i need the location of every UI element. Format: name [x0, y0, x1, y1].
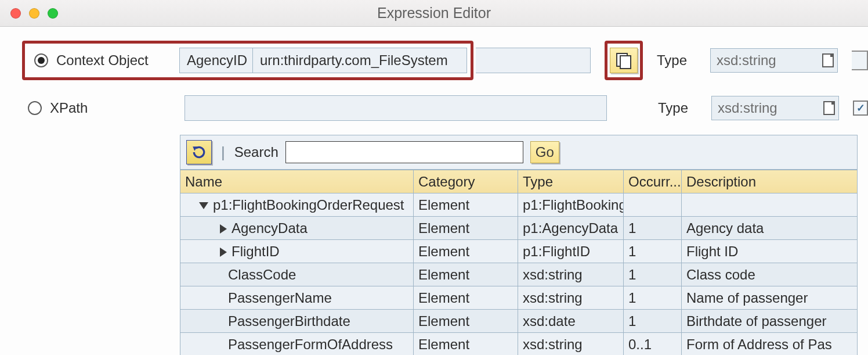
cell-name[interactable]: FlightID [180, 240, 414, 263]
cell-category: Element [414, 286, 518, 310]
context-object-radio[interactable]: Context Object [28, 44, 179, 77]
xpath-radio[interactable]: XPath [22, 92, 182, 124]
table-row[interactable]: AgencyDataElementp1:AgencyData1Agency da… [180, 217, 858, 240]
table-row[interactable]: FlightIDElementp1:FlightID1Flight ID [180, 240, 858, 263]
cell-description: Class code [682, 263, 858, 286]
cell-occurrence: 1 [624, 240, 682, 263]
table-row[interactable]: ClassCodeElementxsd:string1Class code [180, 263, 858, 286]
cell-category: Element [414, 240, 518, 263]
xpath-field[interactable] [185, 95, 607, 121]
cell-name[interactable]: AgencyData [180, 217, 414, 240]
cell-occurrence: 1 [624, 263, 682, 286]
table-row[interactable]: PassengerBirthdateElementxsd:date1Birthd… [180, 310, 858, 333]
cell-description: Agency data [682, 217, 858, 240]
cell-type: p1:AgencyData [518, 217, 624, 240]
titlebar: Expression Editor [0, 0, 868, 27]
schema-tree-table: Name Category Type Occurr... Description… [180, 170, 858, 355]
xpath-row: XPath Type xsd:string ✓ [0, 88, 868, 132]
xp-trailing-checkbox[interactable]: ✓ [853, 101, 868, 116]
copy-button-highlight [605, 41, 643, 80]
node-name: p1:FlightBookingOrderRequest [213, 197, 404, 213]
tree-toolbar: | Search Go [180, 135, 858, 170]
context-object-namespace-field[interactable]: urn:thirdparty.com_FileSystem [252, 48, 467, 73]
cell-description: Form of Address of Pas [682, 333, 858, 356]
refresh-icon [191, 145, 207, 160]
twisty-closed-icon[interactable] [220, 224, 227, 234]
cell-description [682, 193, 858, 217]
node-name: PassengerBirthdate [228, 313, 350, 329]
table-row[interactable]: PassengerNameElementxsd:string1Name of p… [180, 286, 858, 310]
table-row[interactable]: p1:FlightBookingOrderRequestElementp1:Fl… [180, 193, 858, 217]
col-description[interactable]: Description [682, 170, 858, 193]
search-label: Search [234, 144, 279, 160]
context-object-name-field[interactable]: AgencyID [179, 48, 252, 73]
cell-category: Element [414, 217, 518, 240]
cell-description: Flight ID [682, 240, 858, 263]
cell-type: xsd:date [518, 310, 624, 333]
co-trailing-control[interactable] [852, 51, 868, 70]
cell-occurrence: 0..1 [624, 333, 682, 356]
node-name: PassengerName [228, 290, 332, 306]
cell-category: Element [414, 193, 518, 217]
cell-occurrence: 1 [624, 310, 682, 333]
cell-name[interactable]: PassengerBirthdate [180, 310, 414, 333]
col-name[interactable]: Name [180, 170, 414, 193]
xp-type-value: xsd:string [718, 100, 777, 116]
cell-type: xsd:string [518, 263, 624, 286]
search-input[interactable] [285, 141, 523, 163]
table-header-row: Name Category Type Occurr... Description [180, 170, 858, 193]
cell-description: Birthdate of passenger [682, 310, 858, 333]
context-object-extra-field[interactable] [476, 48, 591, 73]
cell-name[interactable]: PassengerFormOfAddress [180, 333, 414, 356]
clipboard-icon [822, 53, 834, 67]
cell-name[interactable]: p1:FlightBookingOrderRequest [180, 193, 414, 217]
co-type-field[interactable]: xsd:string [710, 48, 838, 73]
xp-type-field[interactable]: xsd:string [711, 96, 839, 120]
node-name: PassengerFormOfAddress [228, 336, 393, 352]
radio-icon [28, 101, 42, 115]
clipboard-icon [823, 101, 835, 115]
co-type-label: Type [657, 52, 696, 69]
copy-button[interactable] [610, 48, 638, 73]
cell-name[interactable]: ClassCode [180, 263, 414, 286]
table-row[interactable]: PassengerFormOfAddressElementxsd:string0… [180, 333, 858, 356]
cell-category: Element [414, 263, 518, 286]
xpath-label: XPath [50, 100, 88, 116]
twisty-open-icon[interactable] [199, 202, 208, 209]
cell-occurrence [624, 193, 682, 217]
node-name: ClassCode [228, 267, 296, 282]
cell-category: Element [414, 310, 518, 333]
cell-category: Element [414, 333, 518, 356]
xpath-tree-panel: | Search Go Name Category Type Occurr...… [0, 132, 868, 355]
toolbar-separator: | [219, 144, 227, 162]
cell-type: xsd:string [518, 286, 624, 310]
radio-icon [34, 53, 48, 67]
col-category[interactable]: Category [414, 170, 518, 193]
twisty-closed-icon[interactable] [220, 248, 227, 257]
cell-type: xsd:string [518, 333, 624, 356]
go-button[interactable]: Go [530, 141, 559, 163]
window-title: Expression Editor [0, 5, 868, 21]
xp-type-label: Type [658, 100, 697, 116]
col-type[interactable]: Type [518, 170, 624, 193]
co-type-value: xsd:string [717, 52, 776, 69]
cell-occurrence: 1 [624, 286, 682, 310]
refresh-button[interactable] [186, 140, 212, 164]
cell-description: Name of passenger [682, 286, 858, 310]
context-object-label: Context Object [56, 52, 149, 69]
cell-type: p1:FlightBooking [518, 193, 624, 217]
col-occurrence[interactable]: Occurr... [624, 170, 682, 193]
cell-type: p1:FlightID [518, 240, 624, 263]
node-name: AgencyData [232, 220, 308, 236]
context-object-highlight: Context Object AgencyID urn:thirdparty.c… [22, 41, 473, 80]
cell-name[interactable]: PassengerName [180, 286, 414, 310]
cell-occurrence: 1 [624, 217, 682, 240]
copy-icon [616, 53, 631, 68]
context-object-row: Context Object AgencyID urn:thirdparty.c… [0, 27, 868, 88]
node-name: FlightID [232, 243, 280, 259]
